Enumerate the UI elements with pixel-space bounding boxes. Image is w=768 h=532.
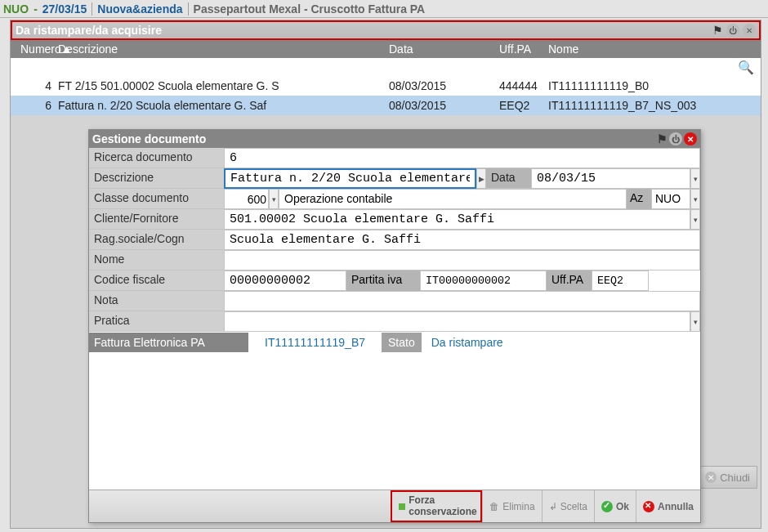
panel-reprint-header: Da ristampare/da acquisire ⚑ ⏻ ✕: [11, 20, 761, 40]
chevron-down-icon[interactable]: ▾: [690, 189, 700, 209]
label-descrizione: Descrizione: [89, 168, 224, 189]
table-row[interactable]: 4 FT 2/15 501.00002 Scuola elementare G.…: [11, 76, 761, 96]
label-cf: Codice fiscale: [89, 270, 224, 291]
scelta-button[interactable]: ↲ Scelta: [542, 490, 594, 522]
label-az: Az: [627, 189, 651, 209]
label-nota: Nota: [89, 291, 224, 311]
search-row: 🔍: [11, 58, 761, 76]
data-input[interactable]: [531, 168, 690, 189]
nome-input[interactable]: [224, 250, 700, 270]
label-ragsoc: Rag.sociale/Cogn: [89, 230, 224, 250]
label-classe: Classe documento: [89, 189, 224, 209]
pratica-input[interactable]: [224, 311, 690, 332]
chiudi-button[interactable]: ✕ Chiudi: [698, 466, 757, 489]
nota-input[interactable]: [224, 291, 700, 311]
power-icon[interactable]: ⏻: [669, 132, 682, 145]
label-piva: Partita iva: [346, 270, 420, 291]
label-ricerca: Ricerca documento: [89, 148, 224, 168]
trash-icon: 🗑: [489, 501, 499, 512]
dialog-toolbar: Forza conservazione 🗑 Elimina ↲ Scelta O…: [89, 490, 700, 522]
breadcrumb: NUO - 27/03/15 Nuova&azienda Passepartou…: [0, 0, 768, 18]
chevron-down-icon[interactable]: ▾: [690, 311, 700, 332]
pin-icon[interactable]: ⚑: [657, 132, 668, 145]
close-icon[interactable]: ✕: [743, 24, 756, 37]
col-nome[interactable]: Nome: [548, 42, 761, 56]
label-data: Data: [486, 168, 531, 189]
panel-gestione-documento: Gestione documento ⚑ ⏻ ✕ Ricerca documen…: [88, 129, 701, 523]
label-uff: Uff.PA: [547, 270, 592, 291]
uff-input[interactable]: [592, 270, 649, 291]
chevron-down-icon[interactable]: ▾: [690, 168, 700, 189]
fe-value: IT11111111119_B7: [248, 333, 382, 352]
stato-value: Da ristampare: [422, 333, 513, 352]
panel-reprint-title: Da ristampare/da acquisire: [16, 24, 162, 37]
search-icon[interactable]: 🔍: [738, 60, 754, 75]
col-data[interactable]: Data: [389, 42, 499, 56]
chevron-right-icon[interactable]: ▶: [476, 168, 486, 189]
status-label: NUO: [3, 2, 29, 16]
ok-button[interactable]: Ok: [594, 490, 636, 522]
page-title: Passepartout Mexal - Cruscotto Fattura P…: [194, 2, 426, 16]
date-label: 27/03/15: [42, 2, 87, 16]
chevron-down-icon[interactable]: ▾: [269, 189, 279, 209]
panel-gestione-title: Gestione documento: [92, 132, 206, 145]
label-pratica: Pratica: [89, 311, 224, 332]
label-nome: Nome: [89, 250, 224, 270]
col-numero[interactable]: Numero▲: [11, 42, 58, 56]
annulla-button[interactable]: Annulla: [636, 490, 700, 522]
table-header: Numero▲ Descrizione Data Uff.PA Nome: [11, 40, 761, 58]
cf-input[interactable]: [224, 270, 346, 291]
power-icon[interactable]: ⏻: [726, 24, 739, 37]
company-label: Nuova&azienda: [97, 2, 182, 16]
col-uff[interactable]: Uff.PA: [499, 42, 548, 56]
chevron-down-icon[interactable]: ▾: [690, 209, 700, 230]
col-descrizione[interactable]: Descrizione: [58, 42, 389, 56]
descrizione-input[interactable]: [224, 168, 476, 189]
ragsoc-input[interactable]: [224, 230, 700, 250]
classe-desc: Operazione contabile: [279, 189, 627, 209]
pin-icon[interactable]: ⚑: [712, 24, 723, 37]
table-row-selected[interactable]: 6 Fattura n. 2/20 Scuola elementare G. S…: [11, 96, 761, 115]
enter-icon: ↲: [549, 501, 557, 512]
elimina-button[interactable]: 🗑 Elimina: [482, 490, 541, 522]
close-icon[interactable]: ✕: [684, 132, 697, 145]
label-cliente: Cliente/Fornitore: [89, 209, 224, 230]
ricerca-input[interactable]: [224, 148, 700, 168]
check-icon: [601, 501, 613, 512]
forza-conservazione-button[interactable]: Forza conservazione: [391, 490, 482, 522]
classe-num-input[interactable]: 600: [224, 189, 269, 209]
label-stato: Stato: [382, 333, 422, 352]
cliente-input[interactable]: [224, 209, 690, 230]
piva-input[interactable]: [420, 270, 547, 291]
panel-gestione-header: Gestione documento ⚑ ⏻ ✕: [89, 130, 700, 148]
az-value[interactable]: NUO: [651, 189, 690, 209]
cancel-icon: [643, 501, 654, 512]
label-fe: Fattura Elettronica PA: [89, 333, 248, 352]
square-icon: [399, 503, 405, 510]
